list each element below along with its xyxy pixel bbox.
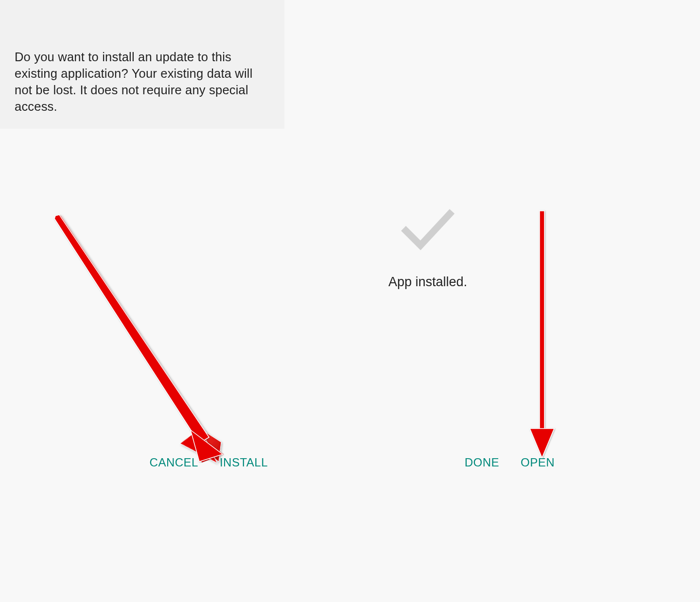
done-button[interactable]: DONE [463, 452, 501, 473]
svg-marker-6 [540, 211, 544, 432]
app-installed-text: App installed. [292, 275, 564, 290]
installed-buttons: DONE OPEN [301, 452, 571, 473]
install-prompt-text: Do you want to install an update to this… [15, 49, 270, 115]
install-prompt-buttons: CANCEL INSTALL [0, 452, 284, 473]
arrow-to-open-icon [525, 209, 559, 462]
install-prompt-panel: Do you want to install an update to this… [0, 0, 284, 486]
checkmark-icon [399, 204, 457, 253]
install-prompt-box: Do you want to install an update to this… [0, 0, 284, 129]
open-button[interactable]: OPEN [519, 452, 557, 473]
cancel-button[interactable]: CANCEL [148, 452, 200, 473]
install-button[interactable]: INSTALL [218, 452, 270, 473]
